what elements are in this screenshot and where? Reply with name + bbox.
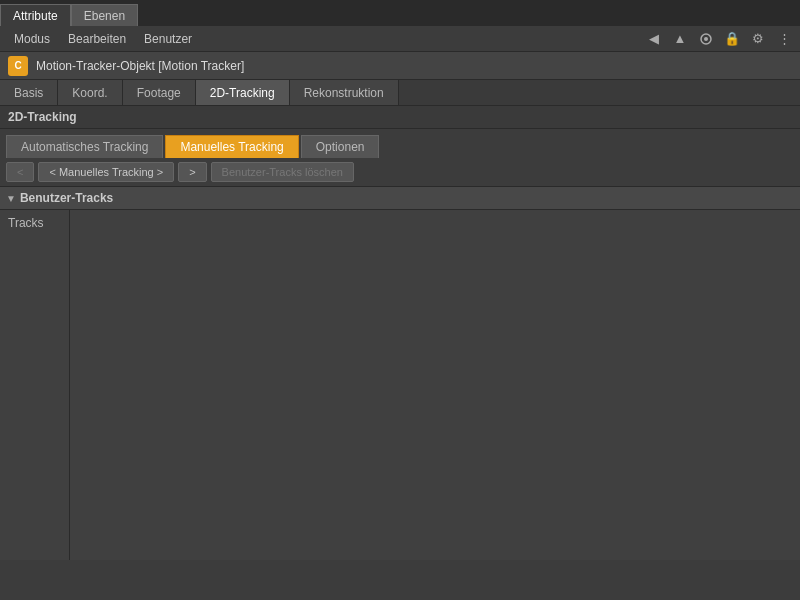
object-title-bar: C Motion-Tracker-Objekt [Motion Tracker]	[0, 52, 800, 80]
subtab-optionen[interactable]: Optionen	[301, 135, 380, 158]
tab-attribute[interactable]: Attribute	[0, 4, 71, 26]
tab-koord[interactable]: Koord.	[58, 80, 122, 105]
manuelles-tracking-button[interactable]: < Manuelles Tracking >	[38, 162, 174, 182]
menu-modus[interactable]: Modus	[6, 30, 58, 48]
settings-icon[interactable]: ⚙	[748, 29, 768, 49]
tracks-data-area	[70, 210, 800, 560]
menu-bar: Modus Bearbeiten Benutzer ◀ ▲ 🔒 ⚙ ⋮	[0, 26, 800, 52]
tab-footage[interactable]: Footage	[123, 80, 196, 105]
menu-bearbeiten[interactable]: Bearbeiten	[60, 30, 134, 48]
benutzer-tracks-section: ▼ Benutzer-Tracks Tracks	[0, 187, 800, 560]
tab-basis[interactable]: Basis	[0, 80, 58, 105]
delete-tracks-button[interactable]: Benutzer-Tracks löschen	[211, 162, 354, 182]
subtab-automatisches[interactable]: Automatisches Tracking	[6, 135, 163, 158]
arrow-left-icon[interactable]: ◀	[644, 29, 664, 49]
toolbar-icons: ◀ ▲ 🔒 ⚙ ⋮	[644, 29, 794, 49]
tracks-label: Tracks	[0, 210, 70, 560]
tab-2d-tracking[interactable]: 2D-Tracking	[196, 80, 290, 105]
svg-point-1	[704, 37, 708, 41]
next-button[interactable]: >	[178, 162, 206, 182]
prev-button[interactable]: <	[6, 162, 34, 182]
arrow-up-icon[interactable]: ▲	[670, 29, 690, 49]
tracks-content-area: Tracks	[0, 210, 800, 560]
menu-benutzer[interactable]: Benutzer	[136, 30, 200, 48]
tab-ebenen[interactable]: Ebenen	[71, 4, 138, 26]
tab-rekonstruktion[interactable]: Rekonstruktion	[290, 80, 399, 105]
action-buttons-row: < < Manuelles Tracking > > Benutzer-Trac…	[0, 158, 800, 187]
menu-items-left: Modus Bearbeiten Benutzer	[6, 30, 200, 48]
more-icon[interactable]: ⋮	[774, 29, 794, 49]
object-icon: C	[8, 56, 28, 76]
top-tab-bar: Attribute Ebenen	[0, 0, 800, 26]
tracks-section-header[interactable]: ▼ Benutzer-Tracks	[0, 187, 800, 210]
lock-icon[interactable]: 🔒	[722, 29, 742, 49]
section-title-2d-tracking: 2D-Tracking	[0, 106, 800, 129]
snap-icon[interactable]	[696, 29, 716, 49]
collapse-arrow-icon: ▼	[6, 193, 16, 204]
main-tab-bar: Basis Koord. Footage 2D-Tracking Rekonst…	[0, 80, 800, 106]
subtab-manuelles[interactable]: Manuelles Tracking	[165, 135, 298, 158]
sub-tab-bar: Automatisches Tracking Manuelles Trackin…	[0, 129, 800, 158]
object-title: Motion-Tracker-Objekt [Motion Tracker]	[36, 59, 244, 73]
tracks-header-label: Benutzer-Tracks	[20, 191, 113, 205]
